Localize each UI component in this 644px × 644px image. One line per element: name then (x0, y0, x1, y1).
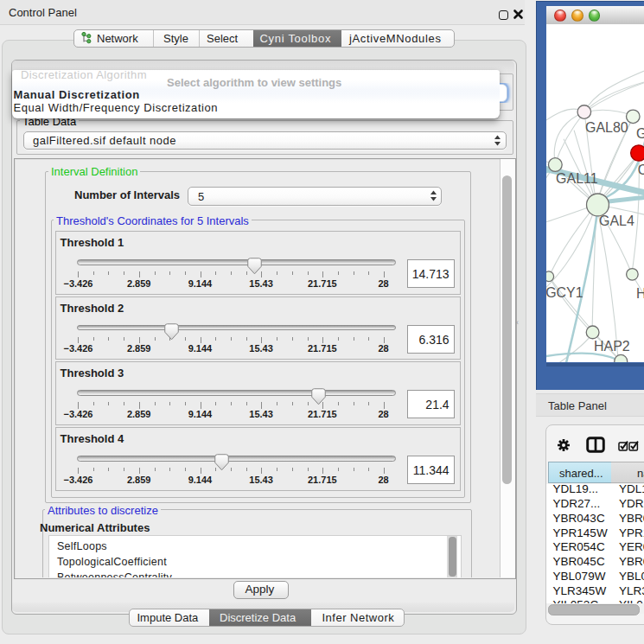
svg-text:GAL11: GAL11 (556, 170, 598, 185)
svg-text:GAL4: GAL4 (599, 214, 634, 228)
svg-text:GAL80: GAL80 (585, 120, 628, 135)
svg-text:GA: GA (635, 126, 644, 141)
svg-text:H: H (635, 286, 644, 301)
svg-text:GCY1: GCY1 (546, 285, 583, 300)
svg-text:HAP2: HAP2 (594, 339, 630, 354)
svg-text:C: C (637, 162, 644, 176)
